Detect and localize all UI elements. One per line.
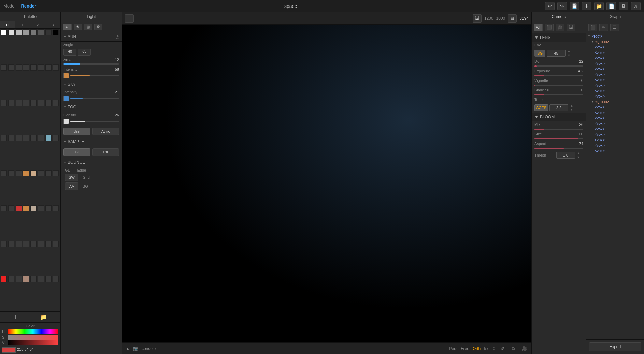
sample-section-header[interactable]: ▼ SAMPLE: [61, 137, 122, 146]
fog-color-swatch[interactable]: [63, 119, 69, 124]
color-cell[interactable]: [38, 29, 44, 35]
tree-vox-6[interactable]: <vox>: [586, 72, 644, 77]
viewport-canvas[interactable]: [122, 25, 531, 342]
color-cell[interactable]: [23, 241, 29, 247]
page-button[interactable]: 📄: [606, 2, 616, 10]
color-cell[interactable]: [8, 241, 14, 247]
bounce-aa-button[interactable]: AA: [65, 182, 78, 190]
mode-pers[interactable]: Pers: [449, 346, 458, 351]
color-cell[interactable]: [23, 276, 29, 282]
folder-button[interactable]: 📁: [594, 2, 604, 10]
tree-vox-18[interactable]: <vox>: [586, 143, 644, 148]
tree-vox-17[interactable]: <vox>: [586, 137, 644, 143]
tree-vox-7[interactable]: <vox>: [586, 77, 644, 83]
tree-vox-1[interactable]: <vox>: [586, 44, 644, 50]
sun-target-icon[interactable]: ◎: [116, 34, 119, 39]
mode-orth[interactable]: Orth: [473, 346, 481, 351]
color-cell[interactable]: [1, 205, 7, 211]
color-cell[interactable]: [30, 276, 37, 282]
color-cell[interactable]: [53, 29, 59, 35]
light-all-button[interactable]: All: [63, 24, 72, 30]
exposure-slider[interactable]: [534, 75, 583, 76]
undo-button[interactable]: ↩: [545, 2, 555, 10]
graph-box-tool[interactable]: ⬛: [588, 24, 597, 31]
val-slider[interactable]: [8, 340, 58, 345]
light-gear-icon[interactable]: ⚙: [94, 24, 102, 30]
vignette-slider[interactable]: [534, 85, 583, 86]
color-cell[interactable]: [1, 170, 7, 176]
video-icon[interactable]: 🎥: [520, 345, 528, 352]
camera-snap-icon[interactable]: 📷: [133, 346, 138, 351]
fov-up-arrow[interactable]: ▲: [567, 49, 571, 53]
sky-color-swatch[interactable]: [63, 96, 69, 101]
menu-model[interactable]: Model: [3, 3, 15, 9]
color-cell[interactable]: [1, 135, 7, 141]
color-cell[interactable]: [45, 170, 52, 176]
color-cell[interactable]: [16, 100, 22, 106]
color-cell[interactable]: [53, 64, 59, 71]
fog-atmo-button[interactable]: Atmo: [92, 128, 119, 135]
navigate-up-icon[interactable]: ▲: [126, 346, 130, 351]
sun-section-header[interactable]: ▼ SUN ◎: [61, 32, 122, 42]
fov-preset-input[interactable]: SG: [534, 50, 545, 57]
color-cell[interactable]: [23, 135, 29, 141]
color-cell[interactable]: [16, 205, 22, 211]
bounce-section-header[interactable]: ▼ BOUNCE: [61, 158, 122, 167]
sun-color-swatch[interactable]: [63, 73, 69, 78]
sample-gi-button[interactable]: GI: [63, 148, 90, 156]
palette-download-icon[interactable]: ⬇: [13, 314, 18, 320]
color-cell[interactable]: [8, 64, 14, 71]
color-cell[interactable]: [1, 100, 7, 106]
tree-vox-3[interactable]: <vox>: [586, 55, 644, 61]
aspect-slider[interactable]: [534, 148, 583, 149]
color-cell[interactable]: [8, 205, 14, 211]
tree-vox-13[interactable]: <vox>: [586, 115, 644, 121]
mode-iso[interactable]: Iso: [484, 346, 489, 351]
tree-group-1[interactable]: ▼ <group>: [586, 39, 644, 44]
color-cell[interactable]: [53, 205, 59, 211]
color-cell[interactable]: [45, 241, 52, 247]
fov-value-input[interactable]: 45: [547, 50, 566, 57]
color-cell[interactable]: [1, 241, 7, 247]
sky-intensity-slider[interactable]: [70, 98, 119, 99]
color-cell[interactable]: [45, 29, 52, 35]
color-cell[interactable]: [1, 29, 7, 35]
color-cell[interactable]: [16, 241, 22, 247]
tree-vox-9[interactable]: <vox>: [586, 88, 644, 93]
color-cell[interactable]: [45, 276, 52, 282]
tone-preset-button[interactable]: ACES: [534, 104, 548, 111]
color-cell[interactable]: [45, 205, 52, 211]
blade-slider[interactable]: [534, 94, 583, 95]
image-icon-button[interactable]: 🖼: [473, 14, 482, 23]
fog-density-slider[interactable]: [70, 121, 119, 122]
color-cell[interactable]: [45, 64, 52, 71]
fog-section-header[interactable]: ▼ FOG: [61, 103, 122, 112]
download-button[interactable]: ⬇: [582, 2, 591, 10]
size-slider[interactable]: [534, 138, 583, 139]
light-bar-icon[interactable]: ▦: [84, 24, 92, 30]
tree-vox-16[interactable]: <vox>: [586, 132, 644, 137]
color-cell[interactable]: [23, 29, 29, 35]
sat-slider[interactable]: [8, 335, 58, 340]
rotate-icon[interactable]: ↺: [499, 345, 506, 352]
color-cell[interactable]: [53, 100, 59, 106]
color-cell[interactable]: [45, 100, 52, 106]
color-cell[interactable]: [23, 170, 29, 176]
color-cell[interactable]: [53, 170, 59, 176]
grid-icon[interactable]: ⧉: [510, 345, 517, 352]
sun-area-slider[interactable]: [63, 63, 119, 65]
lens-section-header[interactable]: ▼ LENS: [532, 33, 586, 42]
cam-all-tab[interactable]: All: [534, 24, 543, 31]
color-cell[interactable]: [38, 170, 44, 176]
palette-tab-1[interactable]: 1: [15, 21, 30, 28]
thresh-value-input[interactable]: 1.0: [556, 152, 575, 159]
color-cell[interactable]: [38, 205, 44, 211]
tree-vox-14[interactable]: <vox>: [586, 121, 644, 126]
redo-button[interactable]: ↪: [557, 2, 567, 10]
cam-video-tab[interactable]: 🎥: [556, 24, 564, 31]
color-cell[interactable]: [30, 205, 37, 211]
tone-up-arrow[interactable]: ▲: [570, 104, 574, 108]
fog-unif-button[interactable]: Unif: [63, 128, 90, 135]
sun-angle2-input[interactable]: 35: [78, 49, 91, 56]
sun-intensity-slider[interactable]: [70, 75, 119, 76]
